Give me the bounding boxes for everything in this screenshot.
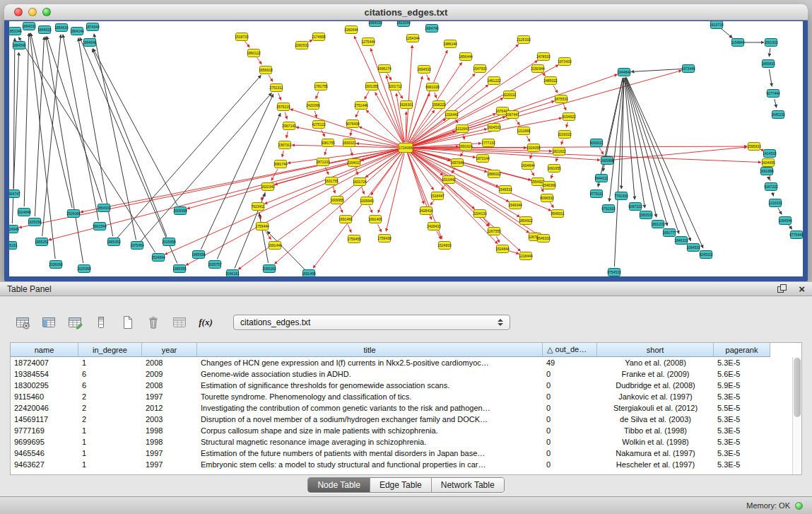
graph-node[interactable]: 2575215: [276, 103, 290, 111]
graph-node[interactable]: 2204133: [473, 210, 487, 218]
graph-node[interactable]: 2260533: [295, 42, 309, 49]
cell-pagerank[interactable]: 5.6E-5: [714, 370, 770, 378]
graph-edge[interactable]: [278, 93, 281, 100]
graph-node[interactable]: 1694533: [417, 66, 431, 74]
graph-node[interactable]: 1631724: [353, 178, 367, 186]
graph-node[interactable]: 2428433: [427, 223, 441, 230]
graph-node[interactable]: 1924949: [9, 226, 19, 233]
graph-node[interactable]: 2015858: [162, 238, 176, 246]
graph-node[interactable]: 1558222: [432, 101, 446, 109]
cell-title[interactable]: Tourette syndrome. Phenomenology and cla…: [197, 392, 543, 401]
graph-node[interactable]: 1218444: [519, 252, 533, 260]
cell-name[interactable]: 9777169: [11, 426, 78, 435]
column-header-in_degree[interactable]: in_degree: [78, 343, 142, 357]
graph-node[interactable]: 1854922: [519, 217, 533, 225]
graph-node[interactable]: 3081744: [273, 160, 288, 168]
cell-pagerank[interactable]: 5.3E-5: [714, 449, 770, 457]
cell-name[interactable]: 18724007: [11, 358, 78, 367]
graph-edge[interactable]: [768, 177, 769, 180]
graph-node[interactable]: 1211666: [517, 127, 530, 135]
graph-edge[interactable]: [322, 129, 325, 136]
graph-edge[interactable]: [377, 224, 381, 232]
cell-in_degree[interactable]: 2: [78, 415, 142, 424]
column-header-title[interactable]: title: [197, 343, 543, 357]
cell-pagerank[interactable]: 5.3E-5: [714, 358, 770, 367]
graph-node[interactable]: 1944844: [617, 69, 631, 76]
graph-node[interactable]: 1965353: [107, 238, 121, 246]
cell-title[interactable]: Genome-wide association studies in ADHD.: [197, 370, 543, 378]
graph-node[interactable]: 1645233: [771, 111, 785, 119]
graph-edge[interactable]: [351, 129, 352, 136]
cell-name[interactable]: 22420046: [11, 404, 78, 412]
graph-node[interactable]: 1995656: [192, 251, 206, 259]
graph-edge[interactable]: [42, 35, 61, 236]
graph-node[interactable]: 2526066: [66, 210, 81, 218]
graph-edge[interactable]: [348, 224, 351, 232]
graph-node[interactable]: 1604644: [521, 162, 535, 170]
graph-node[interactable]: 1604655: [761, 159, 775, 167]
graph-edge[interactable]: [141, 93, 271, 241]
graph-node[interactable]: 1549533: [498, 186, 512, 194]
graph-node[interactable]: 1414533: [763, 150, 777, 158]
graph-node[interactable]: 3081755: [321, 139, 335, 147]
cell-in_degree[interactable]: 1: [78, 449, 142, 457]
graph-node[interactable]: 9079438: [346, 120, 360, 128]
graph-node[interactable]: 1631755: [324, 177, 339, 185]
graph-node[interactable]: 1860122: [247, 49, 261, 57]
column-header-out_degree[interactable]: △ out_de…: [543, 343, 597, 357]
graph-node[interactable]: 3201712: [388, 83, 402, 90]
cell-short[interactable]: Nakamura et al. (1997): [597, 449, 714, 457]
cell-out_degree[interactable]: 0: [543, 404, 597, 412]
graph-edge[interactable]: [398, 91, 403, 99]
cell-name[interactable]: 9465546: [11, 449, 78, 457]
graph-edge[interactable]: [386, 153, 404, 231]
cell-in_degree[interactable]: 6: [78, 370, 142, 378]
graph-node[interactable]: 2005757: [208, 261, 222, 269]
graph-node[interactable]: 3220111: [503, 91, 517, 99]
graph-edge[interactable]: [408, 50, 447, 142]
cell-pagerank[interactable]: 5.3E-5: [714, 426, 770, 435]
graph-node[interactable]: 1613733: [710, 21, 724, 29]
cell-out_degree[interactable]: 0: [543, 381, 597, 390]
graph-node[interactable]: 6067222: [628, 203, 642, 211]
window-titlebar[interactable]: citations_edges.txt: [4, 4, 808, 21]
cell-year[interactable]: 1998: [142, 438, 197, 446]
graph-node[interactable]: 1856444: [459, 53, 473, 61]
graph-node[interactable]: 5901544: [93, 223, 107, 230]
graph-node[interactable]: 1975454: [130, 242, 144, 250]
delete-table-icon[interactable]: [143, 313, 163, 332]
graph-node[interactable]: 2056262: [262, 265, 276, 273]
graph-edge[interactable]: [257, 58, 262, 64]
graph-node[interactable]: 2204017: [347, 159, 361, 167]
graph-edge[interactable]: [631, 69, 683, 71]
cell-in_degree[interactable]: 2: [78, 392, 142, 401]
graph-node[interactable]: 1583533: [639, 211, 653, 219]
graph-node[interactable]: 1759444: [255, 223, 269, 230]
graph-node[interactable]: 1591933: [764, 39, 778, 47]
graph-node[interactable]: 2174655: [312, 33, 326, 41]
graph-edge[interactable]: [186, 151, 401, 266]
cell-year[interactable]: 1997: [142, 460, 197, 469]
graph-edge[interactable]: [426, 74, 429, 81]
graph-node[interactable]: 1620343: [261, 183, 275, 191]
table-row[interactable]: 946554611997Estimation of the future num…: [11, 448, 801, 459]
cell-year[interactable]: 2009: [142, 370, 197, 378]
graph-edge[interactable]: [613, 147, 747, 160]
table-row[interactable]: 2242004622012Investigating the contribut…: [11, 402, 801, 414]
graph-edge[interactable]: [625, 78, 645, 208]
graph-node[interactable]: 2420066: [306, 102, 320, 110]
graph-node[interactable]: 1973433: [558, 58, 572, 66]
graph-node[interactable]: 1691444: [268, 242, 282, 250]
graph-node[interactable]: 1724066: [399, 144, 413, 153]
graph-node[interactable]: 1665833: [761, 60, 775, 68]
graph-node[interactable]: 1211641: [455, 125, 469, 133]
graph-node[interactable]: 1691499: [302, 270, 316, 277]
column-header-name[interactable]: name: [11, 343, 78, 357]
graph-node[interactable]: 2046161: [225, 270, 240, 277]
graph-node[interactable]: 1986144: [443, 40, 457, 48]
cell-pagerank[interactable]: 5.3E-5: [714, 438, 770, 446]
graph-node[interactable]: 1973444: [681, 65, 695, 73]
graph-node[interactable]: 1864033: [22, 23, 36, 30]
graph-node[interactable]: 2260644: [344, 26, 358, 34]
graph-edge[interactable]: [117, 75, 261, 238]
